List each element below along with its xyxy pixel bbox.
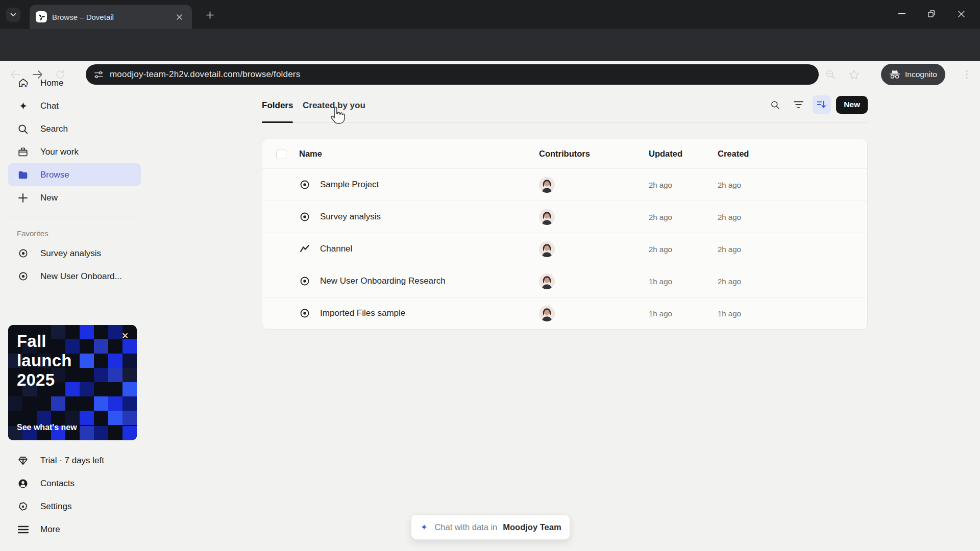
row-name-label[interactable]: New User Onboarding Research [320,276,446,286]
sidebar-item-label: New [40,193,58,203]
sparkle-icon [17,100,29,112]
tab-title: Browse – Dovetail [52,13,168,21]
settings-icon [17,500,29,513]
search-icon [770,100,780,110]
person-icon [17,478,29,490]
contributor-avatar[interactable] [539,177,555,193]
column-header-contributors[interactable]: Contributors [539,149,649,159]
table-row[interactable]: Survey analysis 2h ago 2h ago [262,201,867,233]
sparkle-icon [420,522,429,532]
content-tab-bar: Folders Created by you New [262,101,868,123]
restore-button[interactable] [917,0,946,28]
folder-icon [17,169,29,181]
tab-search-chevron-button[interactable] [6,8,20,22]
incognito-icon [889,70,900,79]
select-all-checkbox[interactable] [276,149,286,159]
sidebar-item-browse[interactable]: Browse [8,163,141,186]
sort-button[interactable] [813,95,831,114]
sidebar-item-settings[interactable]: Settings [8,495,141,518]
bookmark-star-icon[interactable] [845,65,863,84]
project-icon [299,211,310,222]
table-row[interactable]: New User Onboarding Research 1h ago 2h a… [262,265,867,297]
dovetail-favicon-icon [36,11,47,22]
browser-menu-icon[interactable] [958,65,976,84]
tab-created-by-you[interactable]: Created by you [303,101,365,123]
sidebar-item-new[interactable]: New [8,186,141,209]
sidebar-item-label: Contacts [40,479,75,489]
promo-card-fall-launch[interactable]: Fall launch 2025 ✕ See what's new [8,325,137,440]
promo-close-icon[interactable]: ✕ [119,330,131,341]
search-icon [17,123,29,135]
project-icon [299,179,310,190]
sidebar-item-label: Home [40,78,63,88]
updated-cell: 2h ago [649,213,718,221]
updated-cell: 1h ago [649,277,718,286]
sidebar-item-label: Search [40,124,68,134]
search-button[interactable] [766,95,784,114]
sidebar-item-label: Browse [40,170,69,180]
tab-close-icon[interactable] [174,11,185,22]
minimize-button[interactable] [887,0,917,28]
promo-cta-link[interactable]: See what's new [17,423,77,432]
project-icon [17,247,29,260]
updated-cell: 2h ago [649,245,718,254]
project-icon [17,270,29,283]
content-actions: New [766,93,868,116]
table-header-row: Name Contributors Updated Created [262,139,867,168]
incognito-badge[interactable]: Incognito [881,64,945,85]
browser-toolbar: moodjoy-team-2h2v.dovetail.com/browse/fo… [0,29,980,61]
column-header-created[interactable]: Created [718,149,867,159]
sidebar-item-home[interactable]: Home [8,71,141,94]
filter-icon [794,101,803,109]
row-name-label[interactable]: Sample Project [320,180,379,190]
sidebar-item-label: Your work [40,147,79,157]
favorite-item-survey-analysis[interactable]: Survey analysis [8,242,141,265]
promo-title: Fall launch 2025 [17,332,72,390]
row-name-label[interactable]: Imported Files sample [320,308,405,318]
plus-icon [17,192,29,204]
created-cell: 2h ago [718,245,867,254]
sidebar-item-contacts[interactable]: Contacts [8,472,141,495]
chat-with-data-button[interactable]: Chat with data in Moodjoy Team [411,514,570,540]
table-row[interactable]: Channel 2h ago 2h ago [262,233,867,265]
row-name-label[interactable]: Survey analysis [320,212,381,222]
chat-pill-team-name: Moodjoy Team [503,522,561,532]
gem-icon [17,455,29,467]
sidebar-item-trial[interactable]: Trial · 7 days left [8,449,141,472]
tab-folders[interactable]: Folders [262,101,293,123]
contributor-avatar[interactable] [539,241,555,257]
sidebar-item-more[interactable]: More [8,518,141,541]
sidebar-item-search[interactable]: Search [8,117,141,140]
new-tab-button[interactable] [203,8,216,21]
favorites-heading: Favorites [0,224,148,242]
chat-pill-prefix: Chat with data in [434,522,497,532]
sidebar-divider [8,217,140,217]
row-name-label[interactable]: Channel [320,244,352,254]
contributor-avatar[interactable] [539,273,555,289]
column-header-name[interactable]: Name [299,149,539,159]
sort-icon [817,100,827,109]
project-icon [299,308,310,319]
table-row[interactable]: Sample Project 2h ago 2h ago [262,168,867,201]
url-bar[interactable]: moodjoy-team-2h2v.dovetail.com/browse/fo… [86,64,819,85]
incognito-label: Incognito [905,70,937,79]
zoom-icon[interactable] [821,65,840,84]
close-window-button[interactable] [946,0,976,28]
more-icon [17,523,29,536]
filter-button[interactable] [789,95,807,114]
sidebar-item-label: Settings [40,502,71,512]
sidebar-item-chat[interactable]: Chat [8,94,141,117]
browser-tab-strip: Browse – Dovetail [0,0,980,29]
table-row[interactable]: Imported Files sample 1h ago 1h ago [262,297,867,329]
new-button[interactable]: New [836,96,868,114]
project-icon [299,276,310,287]
column-header-updated[interactable]: Updated [649,149,718,159]
favorite-item-label: New User Onboard... [40,271,122,282]
contributor-avatar[interactable] [539,306,555,321]
contributor-avatar[interactable] [539,209,555,225]
updated-cell: 1h ago [649,309,718,318]
sidebar-item-your-work[interactable]: Your work [8,140,141,163]
browser-tab[interactable]: Browse – Dovetail [30,5,192,29]
favorite-item-new-user-onboarding[interactable]: New User Onboard... [8,265,141,288]
sidebar-footer: Trial · 7 days left Contacts Settings Mo… [0,449,148,541]
